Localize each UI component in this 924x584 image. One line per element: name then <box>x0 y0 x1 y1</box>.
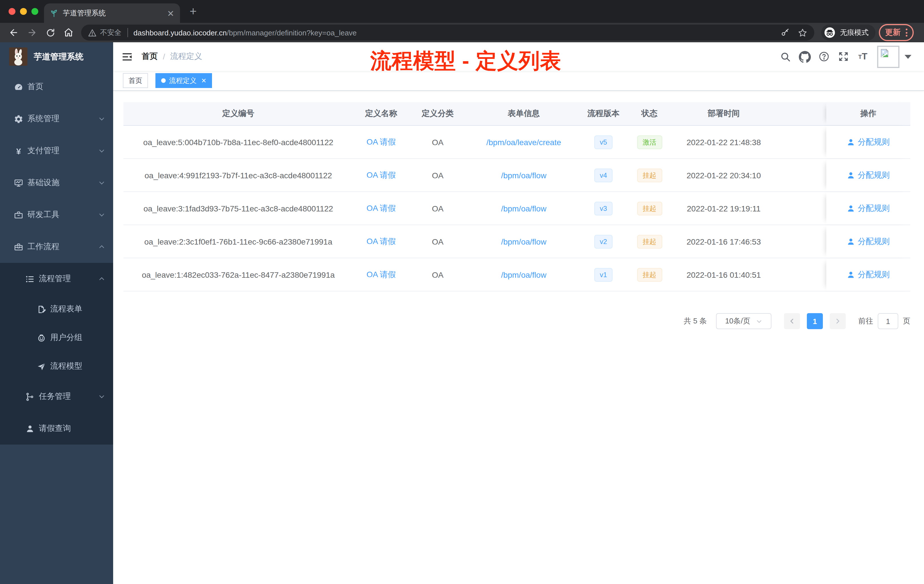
sidebar-item-task-management[interactable]: 任务管理 <box>0 381 113 412</box>
col-header-form-info: 表单信息 <box>466 102 581 125</box>
sidebar-item-dev-tools[interactable]: 研发工具 <box>0 199 113 231</box>
definition-category: OA <box>409 192 466 224</box>
back-icon[interactable] <box>8 27 20 38</box>
dashboard-icon <box>14 82 23 92</box>
jump-suffix: 页 <box>903 316 910 326</box>
sidebar: 芋道管理系统 首页 系统管理 ¥ 支付管理 <box>0 42 113 584</box>
update-button[interactable]: 更新 <box>879 24 914 41</box>
assign-rule-button[interactable]: 分配规则 <box>847 236 890 247</box>
definition-name-link[interactable]: OA 请假 <box>366 236 396 247</box>
col-header-category: 定义分类 <box>409 102 466 125</box>
address-bar[interactable]: 不安全 dashboard.yudao.iocoder.cn /bpm/mana… <box>81 25 814 41</box>
password-key-icon[interactable] <box>780 27 790 38</box>
avatar-dropdown-caret-icon[interactable] <box>904 54 911 59</box>
definition-id: oa_leave:1:482ec033-762a-11ec-8477-a2380… <box>124 258 353 291</box>
definition-name-link[interactable]: OA 请假 <box>366 170 396 180</box>
jump-prefix: 前往 <box>858 316 873 326</box>
sidebar-item-home[interactable]: 首页 <box>0 71 113 103</box>
chevron-down-icon <box>98 115 105 122</box>
browser-menu-icon[interactable] <box>906 28 908 36</box>
tag-close-icon[interactable]: ✕ <box>201 78 206 84</box>
form-link[interactable]: /bpm/oa/flow <box>501 270 546 279</box>
pagination: 共 5 条 10条/页 1 前往 页 <box>124 313 910 329</box>
user-icon <box>847 171 855 179</box>
font-size-icon[interactable]: TT <box>856 50 869 63</box>
main-area: 首页 / 流程定义 TT <box>113 42 924 584</box>
prev-page-button[interactable] <box>784 313 800 329</box>
definition-name-link[interactable]: OA 请假 <box>366 137 396 147</box>
sidebar-item-leave-query[interactable]: 请假查询 <box>0 412 113 445</box>
table-row: oa_leave:1:482ec033-762a-11ec-8477-a2380… <box>124 258 910 292</box>
update-label: 更新 <box>885 27 901 38</box>
table-header-row: 定义编号 定义名称 定义分类 表单信息 流程版本 状态 部署时间 操作 <box>124 102 910 126</box>
sidebar-item-process-form[interactable]: 流程表单 <box>0 295 113 323</box>
form-link[interactable]: /bpm/oa/flow <box>501 204 546 213</box>
status-badge: 激活 <box>637 135 662 149</box>
sidebar-item-process-management[interactable]: 流程管理 <box>0 263 113 295</box>
assign-rule-button[interactable]: 分配规则 <box>847 203 890 213</box>
page-jump-input[interactable] <box>878 313 898 329</box>
new-tab-button[interactable]: + <box>186 5 200 18</box>
assign-rule-button[interactable]: 分配规则 <box>847 269 890 280</box>
definition-id: oa_leave:2:3c1f0ef1-76b1-11ec-9c66-a2380… <box>124 225 353 258</box>
home-icon[interactable] <box>63 27 74 38</box>
deploy-time: 2022-01-16 17:46:53 <box>673 225 774 258</box>
tag-home[interactable]: 首页 <box>123 73 148 88</box>
table-row: oa_leave:4:991f2193-7b7f-11ec-a3c8-acde4… <box>124 159 910 192</box>
tab-title: 芋道管理系统 <box>63 8 167 18</box>
assign-rule-button[interactable]: 分配规则 <box>847 137 890 147</box>
browser-tab[interactable]: 芋道管理系统 ✕ <box>44 3 180 23</box>
sidebar-toggle-icon[interactable] <box>121 51 132 62</box>
app-title: 芋道管理系统 <box>34 51 83 62</box>
form-link[interactable]: /bpm/oa/leave/create <box>486 137 561 147</box>
sidebar-item-infra[interactable]: 基础设施 <box>0 167 113 199</box>
sidebar-item-user-group[interactable]: 用户分组 <box>0 323 113 352</box>
sidebar-item-pay[interactable]: ¥ 支付管理 <box>0 135 113 167</box>
col-header-status: 状态 <box>626 102 673 125</box>
sidebar-item-workflow[interactable]: 工作流程 <box>0 231 113 263</box>
breadcrumb-home[interactable]: 首页 <box>142 51 158 62</box>
search-icon[interactable] <box>779 50 792 63</box>
incognito-icon <box>823 26 836 39</box>
window-minimize-button[interactable] <box>20 8 27 15</box>
page-1-button[interactable]: 1 <box>807 313 823 329</box>
window-close-button[interactable] <box>8 8 15 15</box>
url-path: /bpm/manager/definition?key=oa_leave <box>227 28 773 37</box>
reload-icon[interactable] <box>45 27 56 38</box>
form-link[interactable]: /bpm/oa/flow <box>501 171 546 180</box>
incognito-badge: 无痕模式 <box>821 25 875 41</box>
avatar[interactable] <box>877 45 899 68</box>
chevron-up-icon <box>98 276 105 282</box>
tab-close-icon[interactable]: ✕ <box>167 9 174 17</box>
deploy-time: 2022-01-16 01:40:51 <box>673 258 774 291</box>
sidebar-item-process-model[interactable]: 流程模型 <box>0 352 113 381</box>
definition-category: OA <box>409 225 466 258</box>
face-group-icon <box>36 333 46 343</box>
user-icon <box>847 238 855 246</box>
workflow-submenu: 流程管理 流程表单 用户分组 <box>0 263 113 445</box>
forward-icon[interactable] <box>26 27 38 38</box>
chevron-down-icon <box>98 180 105 186</box>
form-link[interactable]: /bpm/oa/flow <box>501 237 546 246</box>
assign-rule-button[interactable]: 分配规则 <box>847 170 890 180</box>
fullscreen-icon[interactable] <box>837 50 850 63</box>
col-header-definition-id: 定义编号 <box>124 102 353 125</box>
github-icon[interactable] <box>798 50 811 63</box>
url-divider <box>127 28 128 37</box>
help-icon[interactable] <box>818 50 830 63</box>
page-size-select[interactable]: 10条/页 <box>716 313 771 329</box>
bookmark-star-icon[interactable] <box>797 27 807 38</box>
version-badge: v5 <box>594 135 612 149</box>
tag-process-definition[interactable]: 流程定义 ✕ <box>155 73 212 88</box>
col-header-version: 流程版本 <box>581 102 626 125</box>
browser-toolbar: 不安全 dashboard.yudao.iocoder.cn /bpm/mana… <box>0 23 924 42</box>
definition-name-link[interactable]: OA 请假 <box>366 203 396 213</box>
window-zoom-button[interactable] <box>31 8 38 15</box>
version-badge: v1 <box>594 268 612 281</box>
sidebar-item-system[interactable]: 系统管理 <box>0 103 113 135</box>
definition-name-link[interactable]: OA 请假 <box>366 269 396 280</box>
chevron-down-icon <box>98 211 105 218</box>
definition-id: oa_leave:3:1fad3d93-7b75-11ec-a3c8-acde4… <box>124 192 353 224</box>
page-content: 定义编号 定义名称 定义分类 表单信息 流程版本 状态 部署时间 操作 oa_l… <box>113 91 924 329</box>
next-page-button[interactable] <box>830 313 846 329</box>
